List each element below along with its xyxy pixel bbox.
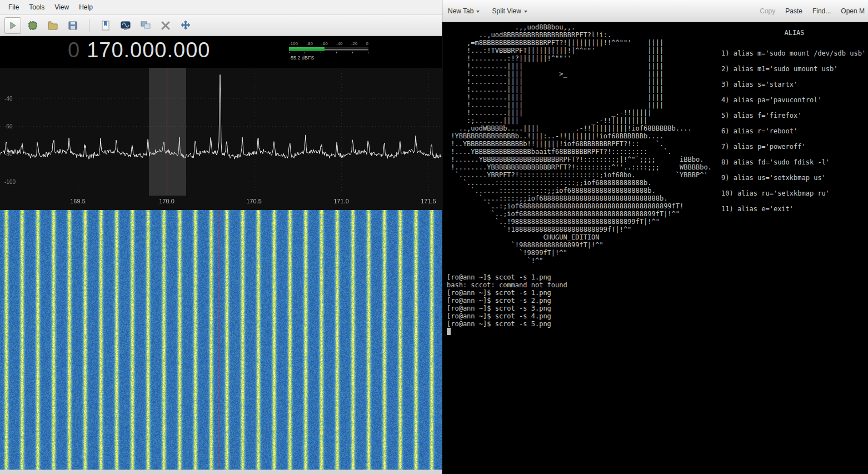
open-folder-icon [47, 19, 59, 32]
meter-tick-label: -60 [321, 41, 328, 46]
terminal-body[interactable]: .,,uod8B8bou,,. ..,uod8BBBBBBBBBBBBBBBBR… [442, 22, 868, 474]
split-view-button[interactable]: Split View [492, 7, 527, 15]
remote-control-button[interactable] [137, 17, 154, 34]
freq-axis-label: 170.5 [242, 198, 266, 204]
dsp-chip-icon [27, 19, 39, 32]
alias-item: 5) alias f='firefox' [721, 108, 867, 123]
open-menu-label: Open M [841, 7, 865, 15]
screen: File Tools View Help [0, 0, 868, 474]
new-tab-label: New Tab [448, 7, 473, 15]
alias-list: ALIAS 1) alias m='sudo mount /dev/sdb us… [721, 29, 867, 217]
waterfall-display [0, 210, 442, 470]
find-label: Find... [812, 7, 831, 15]
freq-axis-label: 169.5 [66, 198, 90, 204]
split-view-label: Split View [492, 7, 521, 15]
db-axis-label: -40 [4, 96, 12, 102]
screens-icon [139, 19, 152, 32]
scope-icon [119, 19, 132, 32]
alias-item: 4) alias pa='pavucontrol' [721, 92, 867, 108]
pan-arrows-icon [179, 19, 192, 32]
meter-tick-label: 0 [366, 41, 368, 46]
toolbar [0, 15, 442, 36]
alias-item: 6) alias r='reboot' [721, 123, 867, 139]
iq-tool-button[interactable] [117, 17, 134, 34]
configure-io-button[interactable] [24, 17, 41, 34]
save-floppy-icon [67, 19, 79, 32]
meter-tick-label: -100 [289, 41, 298, 46]
copy-button[interactable]: Copy [760, 7, 775, 15]
meter-fill [289, 47, 325, 51]
filter-passband[interactable] [149, 68, 186, 196]
frequency-value: 170.000.000 [87, 38, 210, 62]
find-button[interactable]: Find... [812, 7, 831, 15]
tick-mark [336, 52, 337, 53]
menu-view[interactable]: View [49, 1, 74, 14]
menu-help[interactable]: Help [74, 1, 98, 14]
load-settings-button[interactable] [44, 17, 61, 34]
tick-mark [352, 52, 353, 53]
meter-tick-label: -80 [306, 41, 313, 46]
waterfall-canvas[interactable] [0, 210, 442, 470]
signal-meter: -100-80-60-40-200 -55.2 dBFS [289, 41, 368, 61]
spectrum-canvas[interactable] [0, 68, 442, 210]
db-axis-label: -100 [4, 179, 16, 185]
bookmark-icon [99, 19, 112, 32]
play-icon [7, 19, 19, 32]
db-axis-label: -60 [4, 123, 12, 129]
chevron-down-icon [524, 11, 527, 13]
meter-tickmarks [289, 52, 368, 54]
menubar: File Tools View Help [0, 0, 442, 15]
tick-mark [368, 52, 368, 53]
copy-label: Copy [760, 7, 775, 15]
chevron-down-icon [476, 11, 480, 13]
crossed-tools-icon [159, 19, 172, 32]
tabbar-right-group: Copy Paste Find... Open M [760, 7, 865, 15]
meter-scale-labels: -100-80-60-40-200 [289, 41, 368, 46]
db-axis-label: -80 [4, 151, 12, 157]
freq-axis-label: 170.0 [154, 198, 179, 204]
ascii-art: .,,uod8B8bou,,. ..,uod8BBBBBBBBBBBBBBBBR… [447, 23, 712, 265]
meter-tick-label: -20 [351, 41, 358, 46]
toolbar-separator [89, 19, 89, 32]
paste-label: Paste [785, 7, 802, 15]
open-menu-button[interactable]: Open M [841, 7, 865, 15]
sdr-app-window: File Tools View Help [0, 0, 442, 474]
dsp-settings-button[interactable] [157, 17, 174, 34]
menu-file[interactable]: File [3, 1, 24, 14]
save-settings-button[interactable] [64, 17, 81, 34]
tick-mark [321, 52, 321, 53]
alias-item: 11) alias e='exit' [721, 201, 867, 217]
terminal-cursor [447, 328, 451, 335]
alias-item: 9) alias us='setxkbmap us' [721, 170, 867, 186]
alias-item: 10) alias ru='setxkbmap ru' [721, 186, 867, 201]
new-tab-button[interactable]: New Tab [448, 7, 480, 15]
meter-bar [289, 47, 368, 51]
dbfs-readout: -55.2 dBFS [289, 55, 368, 61]
bookmarks-button[interactable] [97, 17, 114, 34]
tick-mark [289, 52, 290, 53]
tabbar-left-group: New Tab Split View [448, 7, 527, 15]
frequency-display[interactable]: 0170.000.000 [68, 38, 210, 62]
menu-tools[interactable]: Tools [24, 1, 49, 14]
meter-tick-label: -40 [336, 41, 343, 46]
alias-item: 8) alias fd='sudo fdisk -l' [721, 154, 867, 170]
spectrum-plot: -40 -60 -80 -100 169.5 170.0 170.5 171.0… [0, 68, 442, 210]
fullscreen-button[interactable] [177, 17, 194, 34]
sdr-statusbar [0, 470, 442, 474]
paste-button[interactable]: Paste [785, 7, 802, 15]
terminal-tabbar: New Tab Split View Copy Paste Find... [442, 0, 868, 22]
tick-mark [305, 52, 305, 53]
start-dsp-button[interactable] [4, 17, 21, 34]
alias-item: 1) alias m='sudo mount /dev/sdb usb' [721, 46, 867, 61]
terminal-window: New Tab Split View Copy Paste Find... [442, 0, 868, 474]
freq-axis-label: 171.5 [416, 198, 441, 204]
tuning-marker[interactable] [167, 68, 167, 196]
freq-axis-label: 171.0 [329, 198, 353, 204]
frequency-panel: 0170.000.000 -100-80-60-40-200 -55.2 dBF… [0, 36, 442, 68]
alias-item: 2) alias m1='sudo umount usb' [721, 61, 867, 77]
terminal-output: [ro@ann ~]$ sccot -s 1.png bash: sccot: … [447, 273, 567, 328]
alias-title: ALIAS [721, 29, 867, 37]
alias-item: 3) alias s='startx' [721, 77, 867, 92]
alias-item: 7) alias p='poweroff' [721, 139, 867, 154]
frequency-leading-zero: 0 [68, 38, 80, 62]
